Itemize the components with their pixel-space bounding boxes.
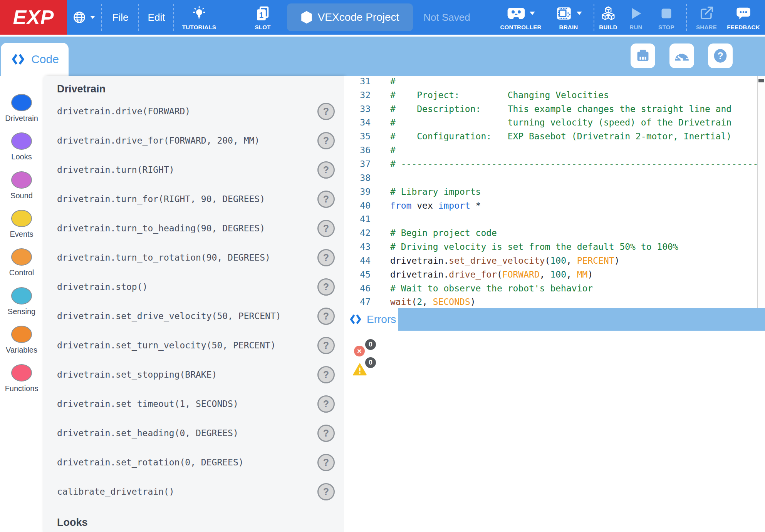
- editor-scrollbar[interactable]: [757, 76, 765, 308]
- feedback-button[interactable]: FEEDBACK: [725, 0, 762, 35]
- command-help-button[interactable]: ?: [317, 337, 335, 354]
- line-number: 32: [344, 90, 371, 100]
- command-help-button[interactable]: ?: [317, 483, 335, 500]
- palette-command-row[interactable]: drivetrain.set_timeout(1, SECONDS) ?: [43, 389, 344, 418]
- question-mark-icon: ?: [323, 164, 329, 176]
- editor-scrollbar-thumb[interactable]: [758, 79, 764, 82]
- question-mark-icon: ?: [323, 340, 329, 351]
- category-color-circle: [11, 210, 32, 227]
- palette-command-row[interactable]: drivetrain.stop() ?: [43, 272, 344, 301]
- palette-command-row[interactable]: drivetrain.drive_for(FORWARD, 200, MM) ?: [43, 126, 344, 155]
- question-mark-icon: ?: [323, 486, 329, 497]
- code-line: 33 # Description: This example changes t…: [344, 102, 765, 116]
- error-count-badge: 0: [365, 339, 376, 350]
- palette-command-row[interactable]: calibrate_drivetrain() ?: [43, 477, 344, 506]
- hexagon-icon: [301, 11, 312, 24]
- sidebar-category-variables[interactable]: Variables: [0, 326, 43, 363]
- sidebar-category-functions[interactable]: Functions: [0, 364, 43, 401]
- question-mark-icon: ?: [323, 106, 329, 117]
- palette-section-title: Looks: [57, 515, 344, 530]
- brain-menu[interactable]: BRAIN: [546, 0, 591, 35]
- slot-icon: 1: [255, 6, 270, 21]
- category-label: Control: [9, 268, 34, 277]
- chevron-down-icon: [90, 15, 96, 20]
- palette-command-row[interactable]: drivetrain.turn_for(RIGHT, 90, DEGREES) …: [43, 184, 344, 214]
- sidebar-category-drivetrain[interactable]: Drivetrain: [0, 94, 43, 131]
- palette-rows: drivetrain.drive(FORWARD) ? drivetrain.d…: [43, 97, 344, 506]
- controller-menu[interactable]: CONTROLLER: [492, 0, 549, 35]
- line-content: # turning velocity (speed) of the Drivet…: [371, 117, 731, 127]
- code-line: 44 drivetrain.set_drive_velocity(100, PE…: [344, 254, 765, 268]
- command-help-button[interactable]: ?: [317, 132, 335, 149]
- command-help-button[interactable]: ?: [317, 220, 335, 237]
- sidebar-category-looks[interactable]: Looks: [0, 132, 43, 169]
- category-label: Functions: [5, 384, 39, 393]
- project-name-button[interactable]: VEXcode Project: [287, 3, 413, 31]
- menu-edit[interactable]: Edit: [141, 0, 172, 35]
- command-help-button[interactable]: ?: [317, 103, 335, 120]
- toolbar-separator: [101, 4, 102, 31]
- line-content: # Begin project code: [371, 228, 497, 238]
- command-help-button[interactable]: ?: [317, 395, 335, 413]
- question-mark-icon: ?: [323, 135, 329, 146]
- question-mark-icon: ?: [323, 281, 329, 293]
- question-mark-icon: ?: [323, 398, 329, 410]
- error-icon: ✕: [354, 346, 365, 356]
- tutorials-button[interactable]: TUTORIALS: [176, 0, 222, 35]
- language-menu[interactable]: [68, 0, 100, 35]
- palette-command-text: drivetrain.turn_to_rotation(90, DEGREES): [57, 253, 317, 263]
- svg-text:1: 1: [259, 11, 263, 19]
- palette-command-row[interactable]: drivetrain.turn(RIGHT) ?: [43, 155, 344, 184]
- tab-errors[interactable]: Errors: [344, 308, 398, 331]
- project-name: VEXcode Project: [318, 11, 399, 23]
- palette-command-row[interactable]: drivetrain.set_stopping(BRAKE) ?: [43, 360, 344, 389]
- command-help-button[interactable]: ?: [317, 249, 335, 266]
- help-button[interactable]: ?: [708, 43, 733, 68]
- command-palette: Drivetrain drivetrain.drive(FORWARD) ? d…: [43, 76, 344, 532]
- command-help-button[interactable]: ?: [317, 425, 335, 442]
- menu-file[interactable]: File: [104, 0, 137, 35]
- code-line: 35 # Configuration: EXP Basebot (Drivetr…: [344, 129, 765, 143]
- code-editor[interactable]: 31 # 32 # Project: Changing Velocities 3…: [344, 76, 765, 308]
- code-lines: 31 # 32 # Project: Changing Velocities 3…: [344, 76, 765, 308]
- controller-icon: [507, 6, 526, 21]
- palette-command-row[interactable]: drivetrain.set_heading(0, DEGREES) ?: [43, 418, 344, 448]
- slot-button[interactable]: 1 SLOT: [242, 0, 284, 35]
- command-help-button[interactable]: ?: [317, 454, 335, 471]
- palette-command-row[interactable]: drivetrain.set_turn_velocity(50, PERCENT…: [43, 331, 344, 360]
- run-play-icon: [629, 7, 643, 20]
- build-button[interactable]: BUILD: [595, 0, 621, 35]
- device-info-button[interactable]: [631, 43, 655, 68]
- palette-command-row[interactable]: drivetrain.drive(FORWARD) ?: [43, 97, 344, 126]
- sidebar-category-sound[interactable]: Sound: [0, 171, 43, 208]
- palette-command-text: drivetrain.set_rotation(0, DEGREES): [57, 457, 317, 467]
- line-content: # Driving velocity is set from the defau…: [371, 242, 678, 252]
- palette-command-row[interactable]: drivetrain.set_rotation(0, DEGREES) ?: [43, 448, 344, 477]
- command-help-button[interactable]: ?: [317, 308, 335, 325]
- dashboard-button[interactable]: [669, 43, 694, 68]
- palette-section-title: Drivetrain: [57, 81, 344, 97]
- sidebar-category-sensing[interactable]: Sensing: [0, 287, 43, 324]
- svg-text:?: ?: [717, 50, 723, 61]
- palette-command-row[interactable]: drivetrain.turn_to_heading(90, DEGREES) …: [43, 214, 344, 243]
- question-mark-icon: ?: [323, 457, 329, 468]
- palette-command-row[interactable]: drivetrain.set_drive_velocity(50, PERCEN…: [43, 301, 344, 331]
- sidebar-category-events[interactable]: Events: [0, 210, 43, 247]
- line-number: 37: [344, 159, 371, 169]
- palette-command-row[interactable]: drivetrain.turn_to_rotation(90, DEGREES)…: [43, 243, 344, 272]
- command-help-button[interactable]: ?: [317, 366, 335, 383]
- command-help-button[interactable]: ?: [317, 191, 335, 208]
- category-color-circle: [11, 248, 32, 266]
- command-help-button[interactable]: ?: [317, 278, 335, 296]
- category-label: Sensing: [8, 307, 35, 316]
- tab-code[interactable]: Code: [1, 43, 69, 76]
- chevron-down-icon: [576, 11, 582, 16]
- sidebar-category-control[interactable]: Control: [0, 248, 43, 285]
- code-line: 38: [344, 171, 765, 185]
- command-help-button[interactable]: ?: [317, 161, 335, 179]
- warning-icon: [353, 363, 367, 376]
- run-button: RUN: [624, 0, 648, 35]
- line-number: 41: [344, 214, 371, 224]
- exp-logo-text: EXP: [13, 6, 54, 29]
- line-number: 38: [344, 173, 371, 183]
